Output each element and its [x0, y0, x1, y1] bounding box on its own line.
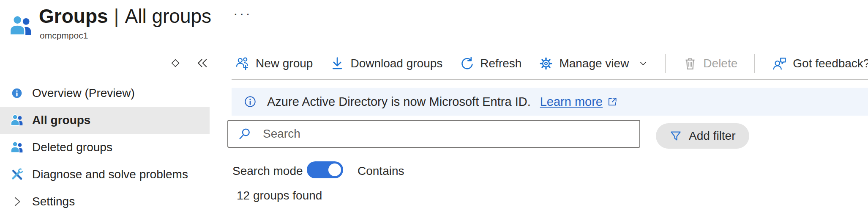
search-mode-toggle[interactable] — [307, 161, 343, 178]
toolbar-divider — [232, 79, 868, 80]
sidebar-item-label: Overview (Preview) — [32, 86, 135, 100]
button-label: Download groups — [350, 57, 442, 70]
got-feedback-button[interactable]: Got feedback? — [772, 56, 868, 71]
groups-icon — [10, 114, 24, 127]
groups-icon — [10, 141, 24, 154]
search-mode-value: Contains — [358, 164, 404, 178]
page-title-primary: Groups — [39, 5, 108, 27]
button-label: Refresh — [480, 57, 521, 70]
sidebar-item-settings[interactable]: Settings — [0, 188, 210, 215]
add-filter-button[interactable]: Add filter — [656, 123, 749, 149]
download-icon — [330, 56, 345, 71]
search-icon — [237, 127, 252, 141]
add-filter-label: Add filter — [689, 129, 736, 143]
search-mode-label: Search mode — [232, 164, 303, 178]
info-icon — [10, 86, 24, 100]
tenant-name: omcpmpoc1 — [40, 30, 88, 41]
manage-view-button[interactable]: Manage view — [538, 56, 648, 71]
toolbar-separator — [665, 54, 666, 73]
button-label: Got feedback? — [793, 57, 868, 70]
download-groups-button[interactable]: Download groups — [330, 56, 442, 71]
search-input[interactable] — [262, 127, 619, 141]
more-options-button[interactable]: ··· — [231, 3, 254, 24]
page-title-secondary: All groups — [125, 5, 212, 27]
sidebar: Overview (Preview) All groups Deleted gr… — [0, 80, 210, 215]
toolbar-separator — [754, 54, 755, 73]
delete-button: Delete — [682, 56, 737, 71]
feedback-icon — [772, 56, 787, 71]
sidebar-item-label: Deleted groups — [32, 141, 112, 154]
new-group-icon — [235, 56, 250, 71]
chevron-down-icon — [639, 59, 648, 68]
gear-icon — [538, 56, 554, 71]
sidebar-item-diagnose[interactable]: Diagnose and solve problems — [0, 161, 210, 188]
info-outline-icon — [243, 95, 257, 108]
sidebar-item-deleted-groups[interactable]: Deleted groups — [0, 134, 210, 161]
results-count: 12 groups found — [237, 189, 322, 202]
chevron-right-icon — [10, 195, 24, 208]
toggle-knob — [328, 163, 341, 176]
button-label: New group — [256, 57, 313, 70]
search-box — [227, 120, 640, 148]
refresh-button[interactable]: Refresh — [459, 56, 521, 71]
page-title-separator: | — [114, 5, 119, 27]
page-title: Groups|All groups — [39, 4, 211, 28]
external-link-icon — [607, 96, 618, 107]
refresh-icon — [459, 56, 475, 71]
banner-message: Azure Active Directory is now Microsoft … — [267, 95, 531, 109]
sidebar-item-overview[interactable]: Overview (Preview) — [0, 80, 210, 107]
learn-more-link[interactable]: Learn more — [540, 95, 618, 109]
groups-page: Groups|All groups omcpmpoc1 ··· Overview… — [0, 0, 868, 216]
tools-icon — [10, 168, 24, 181]
sidebar-item-all-groups[interactable]: All groups — [0, 107, 210, 134]
learn-more-label: Learn more — [540, 95, 603, 109]
button-label: Delete — [703, 57, 737, 70]
groups-app-icon — [8, 14, 33, 38]
sidebar-item-label: Diagnose and solve problems — [32, 168, 188, 181]
double-chevron-left-icon[interactable] — [195, 56, 210, 70]
sidebar-item-label: Settings — [32, 195, 75, 208]
diamond-dock-icon[interactable] — [169, 57, 182, 69]
entra-info-banner: Azure Active Directory is now Microsoft … — [232, 88, 868, 116]
command-bar: New group Download groups Refresh Manage… — [235, 54, 868, 73]
filter-icon — [669, 130, 682, 142]
new-group-button[interactable]: New group — [235, 56, 313, 71]
trash-icon — [682, 56, 698, 71]
button-label: Manage view — [559, 57, 629, 70]
sidebar-item-label: All groups — [32, 114, 90, 127]
